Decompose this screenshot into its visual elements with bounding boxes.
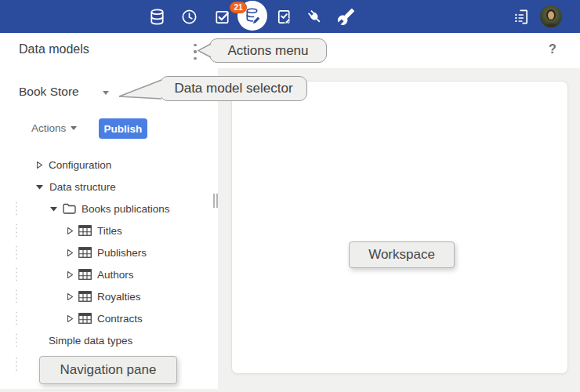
callout-actions-menu: Actions menu [209,38,327,63]
chevron-expanded-icon[interactable] [49,205,58,212]
tree-item-data-structure[interactable]: Data structure [0,176,217,198]
chevron-right-icon[interactable] [67,270,74,279]
drag-handle[interactable] [16,333,17,347]
chevron-down-icon[interactable] [71,126,77,130]
callout-label: Actions menu [228,43,309,59]
tasks-icon[interactable] [212,7,231,26]
table-icon [78,269,92,280]
callout-navigation-pane: Navigation pane [39,356,177,384]
chevron-right-icon[interactable] [67,249,74,257]
pane-resize-handle[interactable] [213,194,218,208]
table-icon [78,313,92,324]
callout-tail-left-icon [198,43,212,58]
chevron-right-icon[interactable] [67,292,74,301]
publish-button[interactable]: Publish [99,118,147,139]
callout-label: Navigation pane [60,362,157,378]
tree-item-label: Data structure [49,181,116,193]
tree-item-label: Royalties [97,291,141,303]
notification-badge: 21 [230,2,247,13]
tree-item-label: Contracts [97,313,143,325]
workspace-canvas[interactable] [231,81,568,374]
callout-label: Workspace [368,247,435,263]
app-window: 21 Data models ? B [0,0,580,392]
data-model-selector[interactable]: Book Store [19,85,79,99]
page-title: Data models [19,42,89,56]
tree-item-simple-data-types[interactable]: Simple data types [0,329,217,351]
table-icon [78,247,92,258]
drag-handle[interactable] [16,267,17,281]
drag-handle[interactable] [16,223,17,237]
tree-item-contracts[interactable]: Contracts [0,307,217,329]
connectors-plug-icon[interactable] [305,7,324,26]
callout-workspace: Workspace [349,241,455,268]
tree-item-label: Simple data types [49,335,132,347]
folder-icon [63,203,76,214]
clock-icon[interactable] [179,7,198,26]
chevron-right-icon[interactable] [67,227,74,235]
app-header: 21 [0,0,580,33]
tree-item-label: Configuration [49,159,111,171]
activity-log-icon[interactable] [511,7,530,26]
drag-handle[interactable] [16,289,17,303]
chevron-expanded-icon[interactable] [35,183,44,191]
actions-dropdown[interactable]: Actions [31,122,66,134]
tree-item-label: Titles [97,225,122,237]
drag-handle[interactable] [16,245,17,259]
chevron-right-icon[interactable] [36,161,43,169]
callout-data-model-selector: Data model selector [160,76,307,101]
drag-handle[interactable] [16,358,17,371]
tree-item-books-publications[interactable]: Books publications [0,198,217,220]
tree-item-label: Publishers [97,247,147,259]
drag-handle[interactable] [16,201,17,215]
database-icon[interactable] [147,7,166,26]
table-icon [78,225,92,236]
tree-item-label: Authors [97,269,134,281]
callout-label: Data model selector [174,81,292,96]
tools-wrench-icon[interactable] [336,7,355,26]
tree-item-authors[interactable]: Authors [0,263,217,285]
forms-edit-icon[interactable] [274,7,293,26]
tree-item-royalties[interactable]: Royalties [0,285,217,307]
drag-handle[interactable] [16,311,17,325]
tree-item-titles[interactable]: Titles [0,220,217,241]
chevron-down-icon[interactable] [103,91,109,95]
bottom-strip [0,389,218,392]
help-icon[interactable]: ? [546,42,560,56]
user-avatar[interactable] [540,5,562,27]
callout-tail-left-icon [118,78,162,100]
tree-item-label: Books publications [82,203,170,215]
table-icon [78,291,92,302]
chevron-right-icon[interactable] [67,314,74,323]
tree-item-publishers[interactable]: Publishers [0,241,217,263]
tree-item-configuration[interactable]: Configuration [0,154,217,176]
